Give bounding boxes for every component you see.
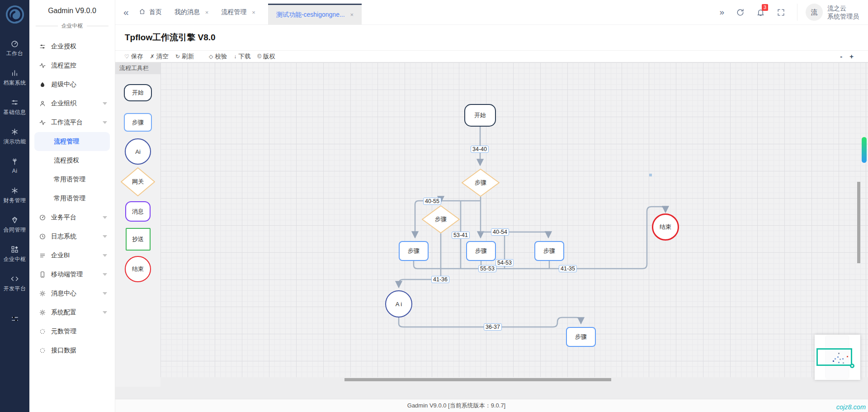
notification-bell-icon[interactable]: 3: [756, 8, 765, 17]
rail-item-档案系统[interactable]: 档案系统: [0, 63, 29, 92]
close-icon[interactable]: ×: [252, 9, 255, 16]
sidebar-item-接口数据[interactable]: 接口数据: [29, 341, 115, 360]
chevron-down-icon: [103, 254, 107, 257]
toolbar-button-清空[interactable]: ✗清空: [150, 52, 169, 61]
flow-node-gateway2[interactable]: 步骤: [422, 205, 460, 233]
blocks-icon: [10, 245, 19, 254]
palette-item-label: 网关: [121, 167, 155, 196]
palette-item-步骤[interactable]: 步骤: [124, 113, 152, 132]
sidebar-item-企业组织[interactable]: 企业组织: [29, 94, 115, 113]
palette-item-结束[interactable]: 结束: [125, 256, 151, 282]
sidebar-item-流程监控[interactable]: 流程监控: [29, 56, 115, 75]
rail-item-开发平台[interactable]: 开发平台: [0, 269, 29, 298]
tab-测试功能-ceshigongne...[interactable]: 测试功能-ceshigongne...×: [268, 4, 362, 25]
minimap[interactable]: [815, 335, 860, 380]
flow-node-gateway1[interactable]: 步骤: [462, 169, 500, 197]
zoom-out-button[interactable]: -: [840, 52, 842, 60]
fullscreen-icon[interactable]: [777, 8, 785, 17]
sidebar-item-超级中心[interactable]: 超级中心: [29, 75, 115, 94]
phone-icon: [39, 271, 46, 278]
edge-label-55-53[interactable]: 55-53: [478, 265, 496, 272]
palette-item-消息[interactable]: 消息: [125, 201, 151, 222]
home-icon: [139, 8, 146, 16]
toolbar-icon: ✗: [150, 53, 155, 60]
sidebar-item-企业授权[interactable]: 企业授权: [29, 37, 115, 56]
sidebar-item-企业BI[interactable]: 企业BI: [29, 246, 115, 265]
tab-首页[interactable]: 首页: [139, 8, 162, 16]
rail-item-演示功能[interactable]: 演示功能: [0, 122, 29, 151]
rail-item-企业中枢[interactable]: 企业中枢: [0, 239, 29, 269]
edge-label-36-37[interactable]: 36-37: [484, 323, 502, 331]
flow-canvas[interactable]: 开始步骤步骤步骤步骤步骤A i步骤结束 34-4040-5553-4140-54…: [160, 62, 868, 377]
edge-label-53-41[interactable]: 53-41: [452, 232, 470, 239]
sidebar-item-元数管理[interactable]: 元数管理: [29, 322, 115, 341]
zoom-in-button[interactable]: +: [849, 52, 854, 60]
sidebar-subitem-流程管理[interactable]: 流程管理: [34, 132, 110, 151]
sidebar-item-消息中心[interactable]: 消息中心: [29, 284, 115, 303]
edge-label-54-53[interactable]: 54-53: [495, 259, 514, 266]
rail-item-财务管理[interactable]: 财务管理: [0, 180, 29, 210]
close-icon[interactable]: ×: [350, 11, 354, 18]
flow-node-step3[interactable]: 步骤: [534, 241, 564, 261]
sidebar-item-工作流平台[interactable]: 工作流平台: [29, 113, 115, 132]
avatar[interactable]: 流: [806, 4, 823, 21]
tab-流程管理[interactable]: 流程管理×: [221, 8, 255, 16]
shape-palette: 流程工具栏 开始步骤Ai网关消息抄送结束: [115, 62, 160, 387]
expand-tabs-icon[interactable]: »: [719, 7, 724, 17]
tab-我的消息[interactable]: 我的消息×: [175, 8, 209, 16]
rail-item-基础信息[interactable]: 基础信息: [0, 92, 29, 122]
flow-node-label: 步骤: [475, 179, 486, 187]
user-box[interactable]: 流 流之云 系统管理员: [797, 4, 859, 21]
toolbar-button-校验[interactable]: ◇校验: [209, 52, 227, 61]
vertical-scrollbar[interactable]: [857, 182, 860, 263]
rail-item-label: 开发平台: [4, 285, 26, 293]
toolbar-button-版权[interactable]: ©版权: [257, 52, 275, 61]
toolbar-icon: ↻: [175, 53, 180, 60]
flow-node-step1[interactable]: 步骤: [399, 241, 429, 261]
sidebar-item-移动端管理[interactable]: 移动端管理: [29, 265, 115, 284]
edge-label-41-36[interactable]: 41-36: [431, 276, 449, 283]
app-logo[interactable]: [6, 5, 24, 24]
dotted-circle-icon: [39, 328, 46, 335]
code-icon: [10, 275, 19, 283]
user-name: 流之云: [827, 4, 859, 12]
rail-collapse-toggle[interactable]: [0, 313, 29, 327]
flow-node-step2[interactable]: 步骤: [466, 241, 496, 261]
sidebar-item-业务平台[interactable]: 业务平台: [29, 208, 115, 227]
flow-node-ai[interactable]: A i: [385, 290, 412, 317]
edge-label-40-54[interactable]: 40-54: [491, 228, 509, 236]
sidebar-item-label: 消息中心: [51, 289, 76, 298]
palette-item-开始[interactable]: 开始: [124, 84, 152, 101]
close-icon[interactable]: ×: [205, 9, 209, 16]
minimap-viewport[interactable]: [816, 348, 852, 366]
sidebar-item-系统配置[interactable]: 系统配置: [29, 303, 115, 322]
rail-item-Ai[interactable]: Ai: [0, 151, 29, 180]
toolbar-label: 校验: [215, 52, 227, 61]
edge-label-41-35[interactable]: 41-35: [559, 265, 577, 272]
minimap-resize-handle[interactable]: [850, 364, 854, 368]
palette-item-抄送[interactable]: 抄送: [126, 228, 151, 251]
rail-item-工作台[interactable]: 工作台: [0, 33, 29, 63]
gradient-scroll-thumb[interactable]: [862, 137, 867, 163]
sidebar-subitem-流程授权[interactable]: 流程授权: [29, 151, 115, 170]
refresh-icon[interactable]: [736, 8, 745, 17]
edge-label-34-40[interactable]: 34-40: [471, 146, 489, 153]
toolbar-button-刷新[interactable]: ↻刷新: [175, 52, 194, 61]
collapse-tabs-icon[interactable]: «: [115, 7, 139, 18]
sidebar-item-日志系统[interactable]: 日志系统: [29, 227, 115, 246]
flow-edges[interactable]: [160, 62, 868, 377]
sidebar-item-label: 日志系统: [51, 232, 76, 241]
edge-label-40-55[interactable]: 40-55: [423, 198, 441, 205]
flow-node-start[interactable]: 开始: [464, 104, 496, 127]
toolbar-button-下载[interactable]: ↓下载: [234, 52, 250, 61]
horizontal-scrollbar[interactable]: [344, 378, 611, 381]
sidebar-subitem-常用语管理[interactable]: 常用语管理: [29, 170, 115, 189]
palette-item-Ai[interactable]: Ai: [125, 138, 151, 165]
rail-item-合同管理[interactable]: 合同管理: [0, 210, 29, 239]
flow-node-step4[interactable]: 步骤: [566, 327, 596, 347]
footer: Gadmin V9.0.0 [当前系统版本：9.0.7] cojz8.com: [115, 399, 868, 412]
palette-item-网关[interactable]: 网关: [121, 167, 155, 196]
toolbar-button-保存[interactable]: ♡保存: [124, 52, 143, 61]
flow-node-end[interactable]: 结束: [652, 213, 679, 241]
sidebar-subitem-常用语管理[interactable]: 常用语管理: [29, 189, 115, 208]
